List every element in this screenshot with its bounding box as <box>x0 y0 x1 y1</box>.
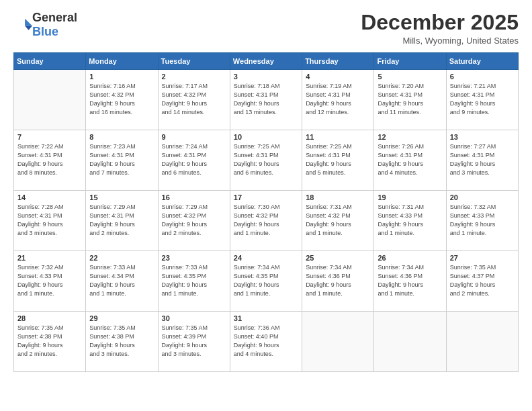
day-info: Sunrise: 7:24 AM Sunset: 4:31 PM Dayligh… <box>162 142 226 177</box>
logo-icon <box>13 15 32 34</box>
header-friday: Friday <box>374 53 446 70</box>
title-area: December 2025 Mills, Wyoming, United Sta… <box>361 11 519 46</box>
day-info: Sunrise: 7:22 AM Sunset: 4:31 PM Dayligh… <box>17 142 82 177</box>
day-info: Sunrise: 7:34 AM Sunset: 4:35 PM Dayligh… <box>234 263 298 298</box>
day-number: 18 <box>306 193 370 201</box>
calendar-cell: 28Sunrise: 7:35 AM Sunset: 4:38 PM Dayli… <box>14 312 86 372</box>
day-info: Sunrise: 7:35 AM Sunset: 4:37 PM Dayligh… <box>450 263 515 298</box>
calendar-cell: 7Sunrise: 7:22 AM Sunset: 4:31 PM Daylig… <box>14 130 86 191</box>
day-number: 17 <box>234 193 298 201</box>
day-number: 28 <box>17 314 82 322</box>
day-info: Sunrise: 7:30 AM Sunset: 4:32 PM Dayligh… <box>234 203 298 238</box>
calendar-cell: 27Sunrise: 7:35 AM Sunset: 4:37 PM Dayli… <box>446 251 518 312</box>
day-info: Sunrise: 7:27 AM Sunset: 4:31 PM Dayligh… <box>450 142 515 177</box>
day-number: 31 <box>234 314 298 322</box>
day-number: 16 <box>162 193 226 201</box>
calendar-cell: 11Sunrise: 7:25 AM Sunset: 4:31 PM Dayli… <box>302 130 374 191</box>
day-info: Sunrise: 7:29 AM Sunset: 4:32 PM Dayligh… <box>162 203 226 238</box>
day-number: 4 <box>306 73 370 81</box>
calendar-cell <box>446 312 518 372</box>
day-info: Sunrise: 7:32 AM Sunset: 4:33 PM Dayligh… <box>17 263 82 298</box>
header-thursday: Thursday <box>302 53 374 70</box>
logo-general: General <box>32 11 77 24</box>
day-number: 14 <box>17 193 82 201</box>
calendar-cell: 18Sunrise: 7:31 AM Sunset: 4:32 PM Dayli… <box>302 191 374 251</box>
calendar-cell: 20Sunrise: 7:32 AM Sunset: 4:33 PM Dayli… <box>446 191 518 251</box>
day-info: Sunrise: 7:26 AM Sunset: 4:31 PM Dayligh… <box>378 142 442 177</box>
calendar-cell <box>14 70 86 130</box>
day-number: 22 <box>89 254 154 262</box>
day-number: 23 <box>162 254 226 262</box>
day-number: 7 <box>17 133 82 141</box>
calendar-cell: 14Sunrise: 7:28 AM Sunset: 4:31 PM Dayli… <box>14 191 86 251</box>
day-info: Sunrise: 7:25 AM Sunset: 4:31 PM Dayligh… <box>234 142 298 177</box>
day-number: 29 <box>89 314 154 322</box>
calendar-cell: 24Sunrise: 7:34 AM Sunset: 4:35 PM Dayli… <box>230 251 302 312</box>
calendar-cell: 2Sunrise: 7:17 AM Sunset: 4:32 PM Daylig… <box>158 70 230 130</box>
header-saturday: Saturday <box>446 53 518 70</box>
day-info: Sunrise: 7:33 AM Sunset: 4:34 PM Dayligh… <box>89 263 154 298</box>
day-number: 30 <box>162 314 226 322</box>
calendar-cell: 19Sunrise: 7:31 AM Sunset: 4:33 PM Dayli… <box>374 191 446 251</box>
calendar-cell: 22Sunrise: 7:33 AM Sunset: 4:34 PM Dayli… <box>86 251 158 312</box>
calendar-week-2: 7Sunrise: 7:22 AM Sunset: 4:31 PM Daylig… <box>14 130 519 191</box>
calendar-cell: 8Sunrise: 7:23 AM Sunset: 4:31 PM Daylig… <box>86 130 158 191</box>
day-info: Sunrise: 7:16 AM Sunset: 4:32 PM Dayligh… <box>89 82 154 117</box>
day-info: Sunrise: 7:17 AM Sunset: 4:32 PM Dayligh… <box>162 82 226 117</box>
day-number: 15 <box>89 193 154 201</box>
header-tuesday: Tuesday <box>158 53 230 70</box>
calendar-cell: 23Sunrise: 7:33 AM Sunset: 4:35 PM Dayli… <box>158 251 230 312</box>
day-info: Sunrise: 7:36 AM Sunset: 4:40 PM Dayligh… <box>234 324 298 359</box>
calendar-cell: 6Sunrise: 7:21 AM Sunset: 4:31 PM Daylig… <box>446 70 518 130</box>
day-info: Sunrise: 7:34 AM Sunset: 4:36 PM Dayligh… <box>306 263 370 298</box>
svg-marker-1 <box>25 26 32 30</box>
calendar-cell: 31Sunrise: 7:36 AM Sunset: 4:40 PM Dayli… <box>230 312 302 372</box>
day-number: 21 <box>17 254 82 262</box>
day-number: 26 <box>378 254 442 262</box>
day-info: Sunrise: 7:35 AM Sunset: 4:38 PM Dayligh… <box>89 324 154 359</box>
calendar-cell: 3Sunrise: 7:18 AM Sunset: 4:31 PM Daylig… <box>230 70 302 130</box>
header-monday: Monday <box>86 53 158 70</box>
day-number: 25 <box>306 254 370 262</box>
calendar-table: Sunday Monday Tuesday Wednesday Thursday… <box>13 52 519 372</box>
calendar-cell: 13Sunrise: 7:27 AM Sunset: 4:31 PM Dayli… <box>446 130 518 191</box>
day-number: 3 <box>234 73 298 81</box>
day-number: 5 <box>378 73 442 81</box>
day-info: Sunrise: 7:35 AM Sunset: 4:39 PM Dayligh… <box>162 324 226 359</box>
day-number: 11 <box>306 133 370 141</box>
calendar-cell: 9Sunrise: 7:24 AM Sunset: 4:31 PM Daylig… <box>158 130 230 191</box>
calendar-week-3: 14Sunrise: 7:28 AM Sunset: 4:31 PM Dayli… <box>14 191 519 251</box>
calendar-cell: 25Sunrise: 7:34 AM Sunset: 4:36 PM Dayli… <box>302 251 374 312</box>
day-info: Sunrise: 7:34 AM Sunset: 4:36 PM Dayligh… <box>378 263 442 298</box>
day-info: Sunrise: 7:35 AM Sunset: 4:38 PM Dayligh… <box>17 324 82 359</box>
location: Mills, Wyoming, United States <box>361 36 519 46</box>
day-number: 8 <box>89 133 154 141</box>
page-header: General Blue December 2025 Mills, Wyomin… <box>13 11 519 46</box>
calendar-cell: 5Sunrise: 7:20 AM Sunset: 4:31 PM Daylig… <box>374 70 446 130</box>
calendar-cell: 26Sunrise: 7:34 AM Sunset: 4:36 PM Dayli… <box>374 251 446 312</box>
day-number: 6 <box>450 73 515 81</box>
calendar-cell: 10Sunrise: 7:25 AM Sunset: 4:31 PM Dayli… <box>230 130 302 191</box>
day-number: 9 <box>162 133 226 141</box>
day-info: Sunrise: 7:18 AM Sunset: 4:31 PM Dayligh… <box>234 82 298 117</box>
day-number: 27 <box>450 254 515 262</box>
header-sunday: Sunday <box>14 53 86 70</box>
logo-blue: Blue <box>32 25 58 38</box>
day-info: Sunrise: 7:32 AM Sunset: 4:33 PM Dayligh… <box>450 203 515 238</box>
day-info: Sunrise: 7:29 AM Sunset: 4:31 PM Dayligh… <box>89 203 154 238</box>
calendar-cell: 1Sunrise: 7:16 AM Sunset: 4:32 PM Daylig… <box>86 70 158 130</box>
calendar-cell <box>374 312 446 372</box>
day-number: 24 <box>234 254 298 262</box>
day-info: Sunrise: 7:28 AM Sunset: 4:31 PM Dayligh… <box>17 203 82 238</box>
day-number: 19 <box>378 193 442 201</box>
day-info: Sunrise: 7:19 AM Sunset: 4:31 PM Dayligh… <box>306 82 370 117</box>
calendar-cell: 17Sunrise: 7:30 AM Sunset: 4:32 PM Dayli… <box>230 191 302 251</box>
day-info: Sunrise: 7:23 AM Sunset: 4:31 PM Dayligh… <box>89 142 154 177</box>
day-number: 2 <box>162 73 226 81</box>
day-info: Sunrise: 7:25 AM Sunset: 4:31 PM Dayligh… <box>306 142 370 177</box>
month-title: December 2025 <box>361 11 519 34</box>
logo: General Blue <box>13 11 77 39</box>
calendar-week-4: 21Sunrise: 7:32 AM Sunset: 4:33 PM Dayli… <box>14 251 519 312</box>
day-number: 10 <box>234 133 298 141</box>
day-info: Sunrise: 7:31 AM Sunset: 4:33 PM Dayligh… <box>378 203 442 238</box>
